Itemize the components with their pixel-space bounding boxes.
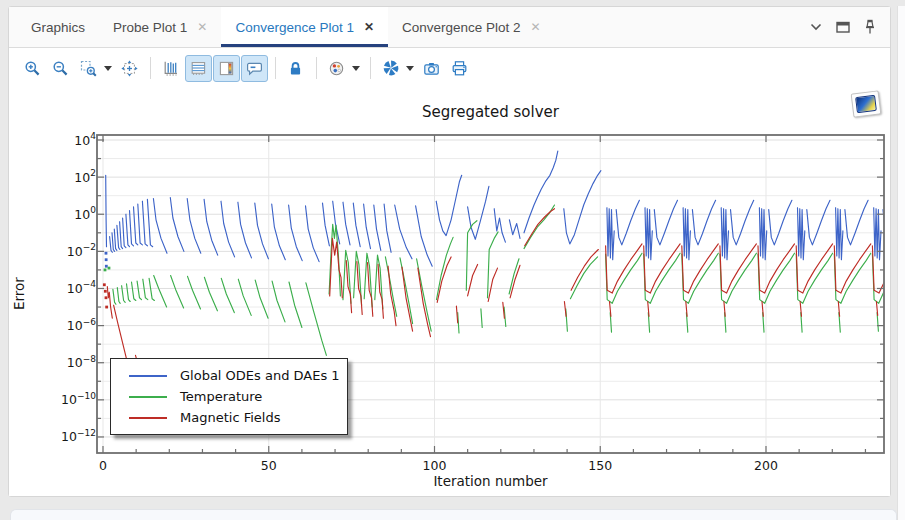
svg-text:10−2: 10−2 bbox=[67, 242, 96, 258]
svg-text:10−4: 10−4 bbox=[67, 279, 96, 296]
color-theme-caret[interactable] bbox=[351, 56, 361, 81]
toolbar-tooltips[interactable] bbox=[241, 55, 268, 82]
toolbar-zoom-out[interactable] bbox=[47, 55, 74, 82]
tooltip-icon bbox=[246, 60, 263, 77]
toolbar-image[interactable] bbox=[418, 55, 445, 82]
color-legend-icon bbox=[218, 60, 235, 77]
color-theme-icon bbox=[328, 60, 345, 77]
toolbar-zoom-box[interactable] bbox=[75, 55, 102, 82]
plot-preview-button[interactable] bbox=[851, 90, 882, 117]
tab-graphics[interactable]: Graphics bbox=[17, 7, 99, 47]
svg-text:100: 100 bbox=[423, 458, 447, 473]
float-window-icon[interactable] bbox=[836, 21, 850, 33]
svg-text:10−8: 10−8 bbox=[67, 354, 96, 371]
toolbar-separator bbox=[275, 57, 276, 79]
plot-title: Segregated solver bbox=[97, 103, 884, 121]
toolbar-print[interactable] bbox=[446, 55, 473, 82]
svg-text:100: 100 bbox=[74, 205, 96, 222]
graphics-panel: Graphics Probe Plot 1 ✕ Convergence Plot… bbox=[8, 6, 891, 497]
snapshot-caret[interactable] bbox=[405, 56, 415, 81]
legend-label: Temperature bbox=[180, 389, 262, 404]
legend-entry: Temperature bbox=[129, 389, 347, 404]
tab-label: Convergence Plot 2 bbox=[402, 20, 521, 35]
svg-text:150: 150 bbox=[588, 458, 612, 473]
toolbar-lock-axes[interactable] bbox=[282, 55, 309, 82]
tab-spacer bbox=[555, 7, 810, 47]
shutter-icon bbox=[382, 59, 400, 77]
close-icon[interactable]: ✕ bbox=[197, 20, 207, 34]
tab-probe-plot-1[interactable]: Probe Plot 1 ✕ bbox=[99, 7, 221, 47]
svg-text:10−6: 10−6 bbox=[67, 317, 96, 334]
axes-icon bbox=[162, 60, 179, 77]
lower-panel-edge bbox=[10, 509, 897, 520]
toolbar-color-theme[interactable] bbox=[323, 55, 350, 82]
toolbar-grid[interactable] bbox=[185, 55, 212, 82]
y-axis-label: Error bbox=[9, 135, 29, 453]
zoom-extents-icon bbox=[121, 60, 138, 77]
tab-convergence-plot-2[interactable]: Convergence Plot 2 ✕ bbox=[388, 7, 555, 47]
tab-convergence-plot-1[interactable]: Convergence Plot 1 ✕ bbox=[221, 7, 388, 47]
zoom-box-icon bbox=[80, 60, 97, 77]
legend-line-swatch bbox=[129, 396, 167, 398]
legend-entry: Global ODEs and DAEs 1 bbox=[129, 368, 347, 383]
plot-legend: Global ODEs and DAEs 1 Temperature Magne… bbox=[110, 358, 348, 435]
window-controls bbox=[810, 7, 882, 47]
toolbar-snapshot[interactable] bbox=[377, 55, 404, 82]
legend-line-swatch bbox=[129, 417, 167, 419]
plot-toolbar bbox=[9, 48, 890, 88]
close-icon[interactable]: ✕ bbox=[364, 20, 374, 34]
zoom-in-icon bbox=[24, 60, 41, 77]
svg-text:200: 200 bbox=[754, 458, 778, 473]
toolbar-separator bbox=[150, 57, 151, 79]
svg-text:0: 0 bbox=[99, 458, 107, 473]
svg-text:104: 104 bbox=[74, 131, 96, 148]
tab-label: Graphics bbox=[31, 20, 85, 35]
toolbar-color-legend[interactable] bbox=[213, 55, 240, 82]
convergence-plot-canvas[interactable]: 05010015020010410210010−210−410−610−810−… bbox=[9, 88, 892, 498]
legend-entry: Magnetic Fields bbox=[129, 410, 347, 425]
legend-label: Global ODEs and DAEs 1 bbox=[180, 368, 340, 383]
plot-area: 05010015020010410210010−210−410−610−810−… bbox=[9, 88, 890, 496]
toolbar-separator bbox=[370, 57, 371, 79]
toolbar-zoom-in[interactable] bbox=[19, 55, 46, 82]
pin-icon[interactable] bbox=[864, 19, 876, 35]
adjacent-panel-edge bbox=[897, 6, 905, 520]
svg-text:50: 50 bbox=[261, 458, 277, 473]
tab-bar: Graphics Probe Plot 1 ✕ Convergence Plot… bbox=[9, 7, 890, 48]
grid-icon bbox=[190, 60, 207, 77]
close-icon[interactable]: ✕ bbox=[531, 20, 541, 34]
printer-icon bbox=[451, 60, 468, 77]
svg-text:10−12: 10−12 bbox=[61, 428, 96, 445]
svg-text:10−10: 10−10 bbox=[61, 391, 96, 408]
plot-thumbnail-icon bbox=[855, 95, 877, 113]
comsol-graphics-window: Graphics Probe Plot 1 ✕ Convergence Plot… bbox=[0, 0, 905, 520]
x-axis-label: Iteration number bbox=[97, 473, 884, 489]
lock-icon bbox=[287, 60, 304, 77]
tab-label: Convergence Plot 1 bbox=[235, 20, 354, 35]
svg-text:102: 102 bbox=[74, 168, 96, 185]
toolbar-separator bbox=[316, 57, 317, 79]
camera-icon bbox=[423, 60, 440, 77]
toolbar-zoom-extents[interactable] bbox=[116, 55, 143, 82]
legend-label: Magnetic Fields bbox=[180, 410, 280, 425]
legend-line-swatch bbox=[129, 375, 167, 377]
tab-label: Probe Plot 1 bbox=[113, 20, 187, 35]
collapse-chevron-icon[interactable] bbox=[810, 23, 822, 31]
zoom-out-icon bbox=[52, 60, 69, 77]
toolbar-axes[interactable] bbox=[157, 55, 184, 82]
zoom-box-caret[interactable] bbox=[103, 56, 113, 81]
